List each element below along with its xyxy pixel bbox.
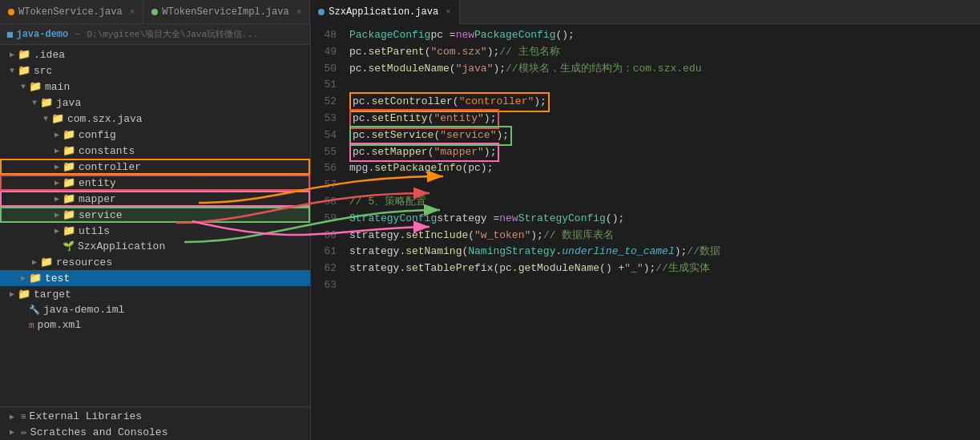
tree-item-main[interactable]: ▼ 📁 main [0, 79, 310, 95]
tab-szxapplication[interactable]: SzxApplication.java × [310, 0, 459, 24]
tree-item-mapper[interactable]: ▶ 📁 mapper [0, 191, 310, 207]
tree-item-resources[interactable]: ▶ 📁 resources [0, 254, 310, 270]
sidebar: ◼ java-demo – D:\mygitee\项目大全\Java玩转微信..… [0, 24, 311, 440]
tree-item-szxapplication[interactable]: 🌱 SzxApplication [0, 239, 310, 254]
external-libraries-item[interactable]: ▶ ≡ External Libraries [0, 406, 310, 424]
code-line-54: pc.setService("service"); [343, 127, 980, 144]
code-line-61: strategy.setNaming(NamingStrategy.underl… [343, 244, 980, 260]
tree-item-entity[interactable]: ▶ 📁 entity [0, 175, 310, 191]
tree-item-src[interactable]: ▼ 📁 src [0, 63, 310, 79]
tab-wtokenserviceimpl[interactable]: WTokenServiceImpl.java × [143, 0, 310, 24]
line-numbers: 48 49 50 51 52 53 54 55 56 57 58 59 60 6… [311, 24, 343, 440]
code-line-58: // 5、策略配置 [343, 194, 980, 211]
tree-item-idea[interactable]: ▶ 📁 .idea [0, 46, 310, 63]
tree-item-pom[interactable]: m pom.xml [0, 317, 310, 333]
code-line-62: strategy.setTablePrefix(pc.getModuleName… [343, 260, 980, 277]
tab-bar: WTokenService.java × WTokenServiceImpl.j… [0, 0, 980, 24]
code-line-50: pc.setModuleName("java"); //模块名，生成的结构为：c… [343, 61, 980, 78]
code-line-48: PackageConfig pc = new PackageConfig(); [343, 27, 980, 44]
code-line-51 [343, 77, 980, 94]
tree-item-utils[interactable]: ▶ 📁 utils [0, 223, 310, 239]
tree-item-java[interactable]: ▼ 📁 java [0, 95, 310, 111]
tree-item-com-szx[interactable]: ▼ 📁 com.szx.java [0, 111, 310, 127]
tree-item-iml[interactable]: 🔧 java-demo.iml [0, 302, 310, 317]
project-header: ◼ java-demo – D:\mygitee\项目大全\Java玩转微信..… [0, 24, 310, 45]
code-line-60: strategy.setInclude("w_token"); // 数据库表名 [343, 228, 980, 244]
tree-item-service[interactable]: ▶ 📁 service [0, 207, 310, 223]
code-line-52: pc.setController("controller"); [343, 94, 980, 111]
tree-item-config[interactable]: ▶ 📁 config [0, 127, 310, 143]
code-line-63 [343, 277, 980, 294]
code-line-59: StrategyConfig strategy = new StrategyCo… [343, 211, 980, 228]
tree-item-target[interactable]: ▶ 📁 target [0, 286, 310, 302]
tab-wtokenservice[interactable]: WTokenService.java × [0, 0, 143, 24]
code-line-55: pc.setMapper("mapper"); [343, 144, 980, 161]
tree-item-controller[interactable]: ▶ 📁 controller [0, 159, 310, 175]
code-line-56: mpg.setPackageInfo(pc); [343, 160, 980, 177]
code-line-57 [343, 177, 980, 194]
tree-item-constants[interactable]: ▶ 📁 constants [0, 143, 310, 159]
scratches-consoles-item[interactable]: ▶ ✏ Scratches and Consoles [0, 424, 310, 440]
code-line-49: pc.setParent("com.szx"); // 主包名称 [343, 44, 980, 61]
code-content[interactable]: PackageConfig pc = new PackageConfig(); … [343, 24, 980, 440]
code-editor: 48 49 50 51 52 53 54 55 56 57 58 59 60 6… [311, 24, 980, 440]
tree-item-test[interactable]: ▶ 📁 test [0, 270, 310, 286]
code-line-53: pc.setEntity("entity"); [343, 111, 980, 127]
